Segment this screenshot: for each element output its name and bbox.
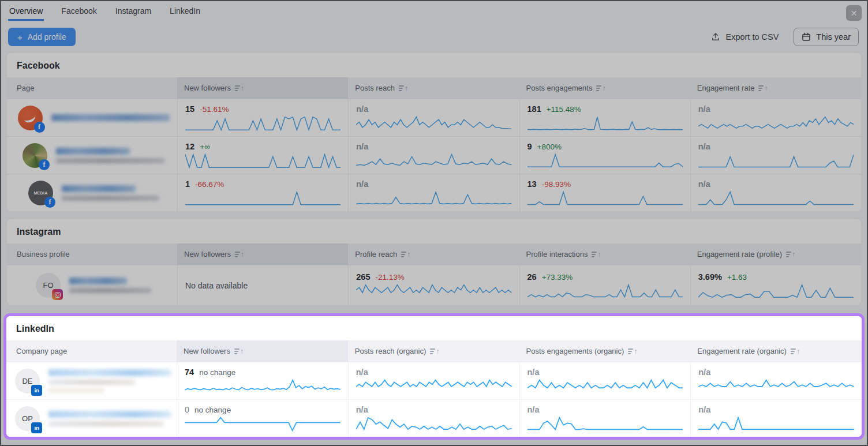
cell-new-followers: No data available <box>177 265 348 305</box>
column-label: Profile interactions <box>526 250 588 258</box>
sparkline-chart <box>185 417 341 432</box>
metric-value: n/a <box>356 405 368 414</box>
cell-posts-reach: n/a <box>348 99 519 136</box>
sparkline-chart <box>527 191 683 206</box>
profile-cell[interactable]: OP in <box>6 400 177 437</box>
sparkline-chart <box>356 191 511 206</box>
tab-instagram[interactable]: Instagram <box>114 2 152 21</box>
column-header-page[interactable]: Page <box>7 77 177 99</box>
cell-posts-reach-organic: n/a <box>348 362 519 399</box>
column-header-posts-engagements-organic[interactable]: Posts engagements (organic) ↑ <box>519 340 691 362</box>
column-header-engagement-rate-profile[interactable]: Engagement rate (profile) ↑ <box>690 243 861 265</box>
metric-value: 12 <box>185 142 194 151</box>
profile-avatar: FO <box>36 273 61 298</box>
column-label: Engagement rate <box>697 84 755 92</box>
table-row: MEDIA f 1-66.67% n/a 13-98.93% <box>7 174 861 211</box>
column-header-profile-reach[interactable]: Profile reach ↑ <box>348 243 519 265</box>
tab-overview[interactable]: Overview <box>8 2 44 21</box>
toolbar-right: Export to CSV This year <box>711 28 859 46</box>
add-profile-button[interactable]: + Add profile <box>8 28 76 46</box>
sparkline-chart <box>356 153 511 168</box>
metric-value: n/a <box>698 142 710 151</box>
metric-value: n/a <box>527 405 540 414</box>
metric-delta: +800% <box>537 143 562 151</box>
plus-icon: + <box>17 33 23 42</box>
avatar-label: MEDIA <box>33 191 47 195</box>
cell-engagement-rate-profile: 3.69%+1.63 <box>690 265 861 305</box>
social-tracker-window: Overview Facebook Instagram LinkedIn ✕ +… <box>0 0 868 446</box>
cell-posts-reach: n/a <box>348 137 519 174</box>
table-row: FO No data available 265-21.13% 26+73.33… <box>7 265 861 305</box>
cell-engagement-rate: n/a <box>690 137 861 174</box>
column-label: New followers <box>184 250 231 258</box>
column-header-new-followers[interactable]: New followers ↑ <box>177 243 348 265</box>
profile-cell[interactable]: f <box>7 137 177 174</box>
sparkline-chart <box>698 417 854 432</box>
profile-avatar: OP in <box>15 406 40 431</box>
table-row: OP in 0no change n/a n/a n <box>6 399 862 437</box>
metric-value: 9 <box>527 142 532 151</box>
tab-linkedin[interactable]: LinkedIn <box>169 2 201 21</box>
profile-avatar: f <box>18 106 43 130</box>
instagram-section: Instagram Business profile New followers… <box>7 219 861 305</box>
cell-engagement-rate-organic: n/a <box>690 362 862 399</box>
sparkline-chart <box>527 284 683 299</box>
sparkline-chart <box>698 191 854 206</box>
close-icon[interactable]: ✕ <box>846 5 862 21</box>
tab-facebook[interactable]: Facebook <box>60 2 98 21</box>
metric-delta: -66.67% <box>195 180 224 189</box>
metric-value: 15 <box>185 104 194 114</box>
instagram-section-title: Instagram <box>7 219 861 243</box>
column-header-posts-engagements[interactable]: Posts engagements ↑ <box>519 77 690 99</box>
profile-cell[interactable]: FO <box>7 265 177 305</box>
metric-value: 26 <box>527 272 537 282</box>
sort-icon: ↑ <box>628 348 637 355</box>
sparkline-chart <box>356 116 511 131</box>
column-header-profile-interactions[interactable]: Profile interactions ↑ <box>519 243 690 265</box>
profile-cell[interactable]: f <box>7 99 177 136</box>
table-row: f 15-51.61% n/a 181+115.48% n/a <box>7 99 861 136</box>
cell-posts-engagements: 181+115.48% <box>519 99 690 136</box>
profile-name-redacted <box>48 411 171 426</box>
sparkline-chart <box>185 153 341 168</box>
metric-value: n/a <box>527 368 540 377</box>
date-range-button[interactable]: This year <box>794 28 859 46</box>
cell-posts-engagements: 9+800% <box>519 137 690 174</box>
column-header-posts-reach[interactable]: Posts reach ↑ <box>348 77 519 99</box>
instagram-badge-icon <box>52 289 63 300</box>
sparkline-chart <box>356 379 512 394</box>
sparkline-chart <box>698 116 854 131</box>
metric-value: n/a <box>698 368 710 377</box>
profile-avatar: DE in <box>15 369 40 393</box>
export-csv-button[interactable]: Export to CSV <box>711 32 779 42</box>
profile-avatar: MEDIA f <box>28 181 53 205</box>
cell-posts-engagements-organic: n/a <box>519 400 691 437</box>
column-header-engagement-rate-organic[interactable]: Engagement rate (organic) ↑ <box>690 340 862 362</box>
metric-delta: no change <box>199 368 235 377</box>
sparkline-chart <box>527 379 683 394</box>
sort-icon: ↑ <box>234 348 244 355</box>
metric-delta: +∞ <box>200 143 210 151</box>
avatar-label: DE <box>22 377 32 385</box>
column-header-business-profile[interactable]: Business profile <box>7 243 177 265</box>
column-header-new-followers[interactable]: New followers ↑ <box>177 340 348 362</box>
profile-name-redacted <box>48 369 171 392</box>
sparkline-chart <box>527 153 683 168</box>
column-header-posts-reach-organic[interactable]: Posts reach (organic) ↑ <box>348 340 519 362</box>
profile-cell[interactable]: MEDIA f <box>7 174 177 211</box>
profile-name-redacted <box>69 278 151 293</box>
avatar-label: OP <box>22 414 33 423</box>
linkedin-section-highlighted: LinkedIn Company page New followers ↑ Po… <box>3 313 865 440</box>
metric-delta: -21.13% <box>375 273 404 282</box>
column-label: New followers <box>184 347 230 355</box>
column-header-new-followers[interactable]: New followers ↑ <box>177 77 348 99</box>
metric-value: 1 <box>185 179 190 189</box>
metric-delta: -51.61% <box>200 105 229 114</box>
linkedin-table-header: Company page New followers ↑ Posts reach… <box>6 340 862 362</box>
profile-avatar: f <box>23 143 47 168</box>
column-header-engagement-rate[interactable]: Engagement rate ↑ <box>690 77 861 99</box>
profile-cell[interactable]: DE in <box>6 362 177 399</box>
column-header-company-page[interactable]: Company page <box>6 340 177 362</box>
sort-icon: ↑ <box>592 251 601 258</box>
metric-value: n/a <box>356 142 368 151</box>
